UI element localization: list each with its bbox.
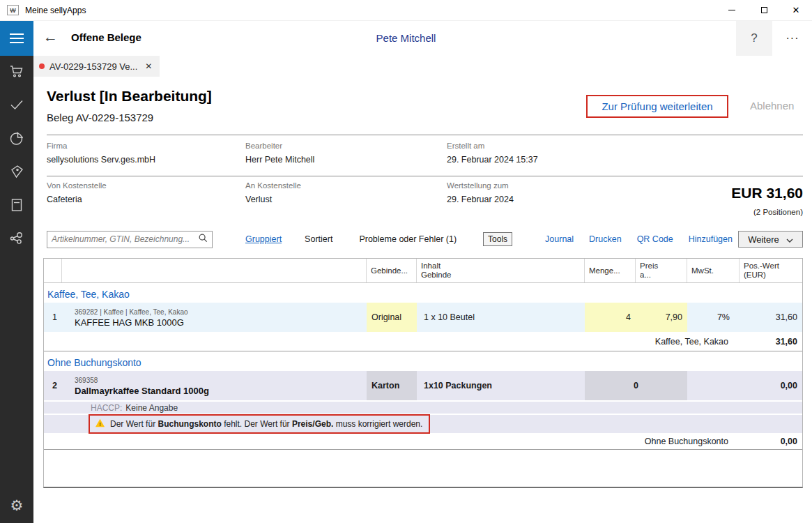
- article-name: Dallmayrkaffee Standard 1000g: [75, 386, 209, 396]
- table-row[interactable]: 1 369282 | Kaffee | Kaffee, Tee, Kakao K…: [44, 303, 802, 332]
- sidebar-nav: ⚙: [0, 56, 33, 523]
- field-label: Erstellt am: [447, 142, 635, 150]
- close-icon: ✕: [792, 5, 800, 15]
- document-total: EUR 31,60: [594, 185, 803, 202]
- sidebar-item-reports[interactable]: [0, 123, 33, 156]
- more-actions-dropdown[interactable]: Weitere: [738, 231, 803, 248]
- field-firma: Firma sellysolutions Serv.ges.mbH: [47, 142, 235, 165]
- problems-link[interactable]: Probleme oder Fehler (1): [359, 234, 457, 244]
- annotation-box-warning: ! Der Wert für Buchungskonto fehlt. Der …: [89, 414, 430, 434]
- unsaved-dot-icon: [39, 63, 45, 69]
- search-input[interactable]: [52, 234, 198, 244]
- gebinde-cell[interactable]: Karton: [367, 371, 417, 400]
- close-button[interactable]: ✕: [780, 0, 812, 21]
- col-header-gebinde[interactable]: Gebinde...: [367, 259, 417, 282]
- gebinde-cell[interactable]: Original: [367, 303, 417, 332]
- poswert-cell: 0,00: [740, 371, 802, 400]
- sidebar-item-journal[interactable]: [0, 190, 33, 223]
- checkmark-icon: [8, 96, 25, 116]
- menge-cell[interactable]: 0: [585, 371, 687, 400]
- subtotal-label: Ohne Buchungskonto: [44, 437, 740, 446]
- field-von-kostenstelle: Von Kostenstelle Cafeteria: [47, 181, 235, 204]
- inhalt-cell: 1x10 Packungen: [417, 371, 585, 400]
- subtotal-label: Kaffee, Tee, Kakao: [44, 337, 740, 347]
- document-number: Beleg AV-0229-153729: [47, 112, 153, 123]
- inhalt-cell: 1 x 10 Beutel: [417, 303, 585, 332]
- sidebar-item-share[interactable]: [0, 223, 33, 257]
- col-header-preis[interactable]: Preisa...: [636, 259, 687, 282]
- document-tab[interactable]: AV-0229-153729 Ve... ✕: [33, 56, 160, 77]
- back-button[interactable]: ←: [43, 29, 58, 45]
- row-position: 1: [44, 303, 62, 332]
- divider: [47, 176, 803, 176]
- subtotal-value: 31,60: [740, 337, 802, 347]
- position-count: (2 Positionen): [594, 208, 803, 216]
- sidebar-item-cart[interactable]: [0, 56, 33, 89]
- group-header-ohne-buchungskonto: Ohne Buchungskonto: [44, 351, 802, 371]
- cart-icon: [8, 63, 25, 82]
- group-header-kaffee: Kaffee, Tee, Kakao: [44, 283, 802, 303]
- item-toolbar: Gruppiert Sortiert Probleme oder Fehler …: [47, 229, 803, 249]
- chevron-down-icon: [786, 234, 793, 245]
- validation-warning-row: ! Der Wert für Buchungskonto fehlt. Der …: [44, 414, 802, 433]
- svg-text:!: !: [99, 421, 101, 427]
- article-meta: 369358: [75, 375, 98, 386]
- add-link[interactable]: Hinzufügen: [689, 234, 733, 244]
- settings-button[interactable]: ⚙: [0, 490, 33, 522]
- qr-code-link[interactable]: QR Code: [637, 234, 673, 244]
- menge-cell[interactable]: 4: [585, 303, 636, 332]
- user-name-link[interactable]: Pete Mitchell: [376, 32, 436, 44]
- title-bar: W Meine sellyApps ✕: [0, 0, 812, 21]
- preis-cell[interactable]: 7,90: [636, 303, 687, 332]
- minimize-button[interactable]: [716, 0, 748, 21]
- field-value: Herr Pete Mitchell: [245, 155, 434, 165]
- book-icon: [8, 197, 25, 216]
- back-arrow-icon: ←: [43, 29, 58, 45]
- warning-triangle-icon: !: [95, 418, 105, 430]
- journal-link[interactable]: Journal: [545, 234, 574, 244]
- haccp-row: HACCP: Keine Angabe: [44, 400, 802, 414]
- sidebar-item-tags[interactable]: [0, 156, 33, 190]
- sidebar-item-tasks[interactable]: [0, 89, 33, 123]
- window-title: Meine sellyApps: [25, 6, 86, 15]
- gear-icon: ⚙: [10, 497, 24, 514]
- col-header-inhalt[interactable]: InhaltGebinde: [417, 259, 585, 282]
- col-header-article: [62, 259, 367, 282]
- reject-button[interactable]: Ablehnen: [750, 100, 794, 112]
- sorted-link[interactable]: Sortiert: [305, 234, 332, 244]
- poswert-cell: 31,60: [740, 303, 802, 332]
- forward-for-review-button[interactable]: Zur Prüfung weiterleiten: [602, 100, 712, 112]
- pie-chart-icon: [8, 130, 25, 149]
- col-header-menge[interactable]: Menge...: [585, 259, 636, 282]
- article-name: KAFFEE HAG MKB 1000G: [75, 317, 184, 328]
- more-actions-label: Weitere: [748, 234, 779, 245]
- tools-button[interactable]: Tools: [483, 232, 512, 246]
- article-description: 369282 | Kaffee | Kaffee, Tee, Kakao KAF…: [62, 303, 367, 332]
- col-header-poswert[interactable]: Pos.-Wert(EUR): [740, 259, 802, 282]
- haccp-label: HACCP:: [91, 403, 122, 413]
- table-row[interactable]: 2 369358 Dallmayrkaffee Standard 1000g K…: [44, 371, 802, 400]
- field-value: Verlust: [245, 195, 434, 204]
- help-button[interactable]: ?: [736, 21, 772, 56]
- maximize-button[interactable]: [748, 0, 780, 21]
- app-logo-icon: W: [7, 5, 19, 15]
- maximize-icon: [761, 7, 767, 13]
- article-search-box[interactable]: [47, 231, 213, 248]
- group-subtotal-kaffee: Kaffee, Tee, Kakao 31,60: [44, 332, 802, 351]
- haccp-value: Keine Angabe: [125, 403, 178, 413]
- hamburger-menu-button[interactable]: [0, 21, 33, 56]
- main-content: Verlust [In Bearbeitung] Beleg AV-0229-1…: [33, 77, 812, 523]
- field-value: 29. Februar 2024 15:37: [447, 155, 635, 165]
- positions-table: Gebinde... InhaltGebinde Menge... Preisa…: [43, 258, 803, 488]
- mwst-cell: 7%: [687, 303, 740, 332]
- window-controls: ✕: [716, 0, 812, 21]
- col-header-mwst[interactable]: MwSt.: [687, 259, 740, 282]
- tab-strip: AV-0229-153729 Ve... ✕: [33, 56, 812, 77]
- grouped-link[interactable]: Gruppiert: [245, 234, 282, 244]
- row-position: 2: [44, 371, 62, 400]
- tab-close-icon[interactable]: ✕: [145, 61, 152, 71]
- print-link[interactable]: Drucken: [589, 234, 622, 244]
- field-erstellt-am: Erstellt am 29. Februar 2024 15:37: [447, 142, 635, 165]
- header-more-button[interactable]: ···: [777, 21, 808, 56]
- field-value: sellysolutions Serv.ges.mbH: [47, 155, 235, 165]
